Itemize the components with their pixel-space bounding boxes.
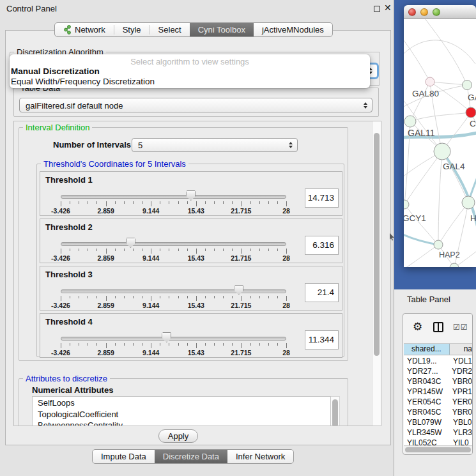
scrollbar-thumb[interactable]: [405, 447, 471, 452]
network-node-green[interactable]: [462, 196, 475, 209]
table-row[interactable]: YLR345WYLR3: [404, 427, 472, 438]
table-horizontal-scrollbar[interactable]: [404, 445, 472, 454]
tick-mark: [61, 201, 61, 206]
tab-impute-data[interactable]: Impute Data: [93, 450, 155, 463]
threshold-value-field[interactable]: 11.344: [305, 330, 339, 349]
close-traffic-light-icon[interactable]: [408, 8, 416, 16]
network-graph-icon: [63, 25, 72, 35]
slider-thumb[interactable]: [234, 285, 243, 295]
cell-name[interactable]: YPR1: [449, 387, 472, 397]
zoom-traffic-light-icon[interactable]: [433, 8, 440, 16]
slider-track[interactable]: [61, 337, 286, 341]
cell-name[interactable]: YDL1: [449, 356, 472, 366]
tab-jactivemnodules[interactable]: jActiveMNodules: [254, 23, 332, 36]
tab-discretize-data[interactable]: Discretize Data: [155, 450, 227, 463]
cell-name[interactable]: YBR0: [449, 407, 472, 417]
column-header-name[interactable]: na: [450, 344, 472, 355]
threshold-value-field[interactable]: 6.316: [305, 236, 339, 255]
attribute-item[interactable]: BetweennessCentrality: [38, 420, 330, 426]
cell-shared-name[interactable]: YIL052C: [404, 438, 449, 445]
slider-thumb[interactable]: [162, 332, 171, 342]
threshold-label: Threshold 2: [45, 222, 93, 232]
network-node-green[interactable]: [404, 116, 416, 127]
tick-mark: [277, 296, 278, 298]
panel-vertical-scrollbar[interactable]: [372, 121, 381, 426]
cell-shared-name[interactable]: YER054C: [404, 397, 449, 407]
cell-shared-name[interactable]: YBR045C: [404, 407, 449, 417]
tab-network[interactable]: Network: [55, 23, 114, 36]
columns-icon[interactable]: [433, 322, 443, 332]
threshold-label: Threshold 3: [45, 270, 93, 279]
network-node-green[interactable]: [450, 263, 459, 267]
select-columns-icon[interactable]: ☑☑: [453, 323, 468, 332]
network-node-green[interactable]: [434, 143, 450, 160]
threshold-value-field[interactable]: 21.4: [305, 283, 339, 302]
columns-icon-divider: [438, 323, 439, 331]
intervals-combo[interactable]: 5: [132, 138, 298, 152]
table-panel-title: Table Panel: [407, 295, 450, 304]
tick-label: 15.43: [188, 254, 204, 262]
network-window-titlebar[interactable]: [404, 5, 476, 19]
table-row[interactable]: YDR27...YDR2: [404, 366, 472, 376]
tick-mark: [286, 249, 287, 254]
tick-mark: [124, 343, 125, 346]
table-row[interactable]: YBR045CYBR0: [404, 407, 472, 417]
network-canvas[interactable]: GAL80GACGAL11GAL4GCY1HHAP2: [404, 19, 476, 267]
attribute-item[interactable]: TopologicalCoefficient: [38, 409, 330, 420]
apply-button[interactable]: Apply: [158, 429, 198, 443]
close-icon[interactable]: ✕: [384, 3, 392, 13]
network-node-green[interactable]: [434, 240, 443, 249]
tab-select[interactable]: Select: [150, 23, 190, 36]
table-row[interactable]: YBR043CYBR0: [404, 376, 472, 387]
slider-track[interactable]: [61, 289, 286, 293]
slider-thumb[interactable]: [126, 238, 135, 248]
table-row[interactable]: YDL19...YDL1: [404, 356, 472, 366]
slider-track[interactable]: [61, 195, 286, 199]
cell-name[interactable]: YDR2: [448, 366, 472, 376]
tab-style[interactable]: Style: [114, 23, 150, 36]
tick-mark: [250, 343, 251, 346]
table-data-combo[interactable]: galFiltered.sif default node: [19, 98, 372, 112]
table-row[interactable]: YER054CYER0: [404, 397, 472, 407]
group-title: Attributes to discretize: [23, 374, 110, 383]
attributes-scrollbar[interactable]: [331, 396, 340, 426]
table-row[interactable]: YIL052CYIL0: [404, 438, 472, 445]
cell-shared-name[interactable]: YLR345W: [404, 427, 449, 438]
gear-icon[interactable]: ⚙: [413, 320, 422, 334]
tick-label: 28: [282, 254, 290, 262]
table-row[interactable]: YBL079WYBL0: [404, 417, 472, 427]
network-node-green[interactable]: [463, 81, 472, 90]
cell-name[interactable]: YBL0: [449, 417, 472, 427]
table-row[interactable]: YPR145WYPR1: [404, 387, 472, 397]
network-svg: GAL80GACGAL11GAL4GCY1HHAP2: [404, 19, 476, 267]
cell-shared-name[interactable]: YDR27...: [404, 366, 448, 376]
network-node-green[interactable]: [404, 200, 409, 209]
cell-shared-name[interactable]: YDL19...: [404, 356, 449, 366]
tick-mark: [223, 296, 224, 298]
threshold-value-field[interactable]: 14.713: [305, 188, 339, 208]
network-node-red[interactable]: [466, 107, 476, 118]
slider-track[interactable]: [61, 242, 286, 246]
cell-name[interactable]: YLR3: [449, 427, 472, 438]
cell-shared-name[interactable]: YBL079W: [404, 417, 449, 427]
slider-tick-labels: -3.4262.8599.14415.4321.71528: [61, 254, 286, 262]
cell-shared-name[interactable]: YBR043C: [404, 376, 449, 387]
float-window-icon[interactable]: [374, 6, 380, 12]
tick-label: -3.426: [51, 254, 70, 262]
scrollbar-thumb[interactable]: [332, 399, 338, 426]
tick-mark: [124, 249, 125, 251]
attribute-item[interactable]: SelfLoops: [38, 397, 330, 409]
minimize-traffic-light-icon[interactable]: [420, 8, 428, 16]
scrollbar-thumb[interactable]: [374, 133, 380, 356]
network-node-pink[interactable]: [426, 77, 434, 86]
dropdown-option-manual[interactable]: Manual Discretization: [10, 66, 370, 77]
dropdown-option-equal-width[interactable]: Equal Width/Frequency Discretization: [10, 77, 370, 87]
slider-thumb[interactable]: [186, 190, 196, 201]
cell-name[interactable]: YBR0: [449, 376, 472, 387]
tab-cyni-toolbox[interactable]: Cyni Toolbox: [190, 23, 254, 36]
cell-name[interactable]: YIL0: [449, 438, 469, 445]
cell-name[interactable]: YER0: [449, 397, 472, 407]
column-header-shared[interactable]: shared...: [404, 344, 450, 355]
tab-infer-network[interactable]: Infer Network: [227, 450, 293, 463]
cell-shared-name[interactable]: YPR145W: [404, 387, 449, 397]
